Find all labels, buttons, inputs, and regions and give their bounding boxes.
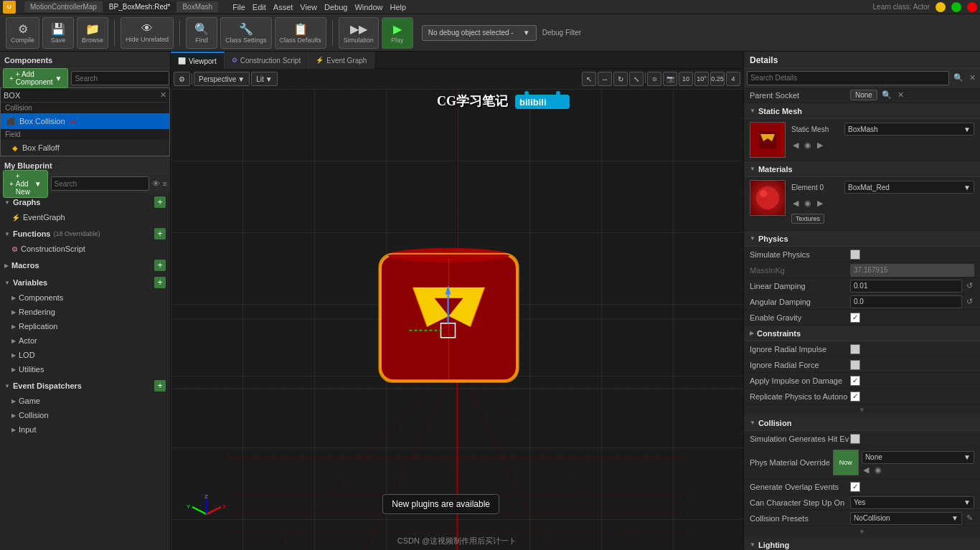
enable-gravity-checkbox[interactable] — [850, 313, 860, 323]
tab-motion-controller-map[interactable]: MotionControllerMap — [24, 1, 103, 12]
game-item[interactable]: ▶ Game — [0, 394, 170, 408]
event-graph-tab[interactable]: ⚡ Event Graph — [308, 52, 374, 69]
linear-damping-input[interactable] — [850, 280, 962, 293]
phys-material-browse-button[interactable]: ◉ — [873, 465, 883, 475]
macros-header[interactable]: ▶ Macros + — [0, 257, 170, 273]
components-sub-item[interactable]: ▶ Components — [0, 290, 170, 305]
static-mesh-section-header[interactable]: ▼ Static Mesh — [744, 103, 980, 119]
constraints-section-header[interactable]: ▶ Constraints — [744, 326, 980, 341]
can-step-dropdown[interactable]: Yes ▼ — [850, 496, 974, 509]
mass-kg-input[interactable] — [850, 264, 974, 277]
static-mesh-back-button[interactable]: ◀ — [791, 141, 800, 150]
add-component-button[interactable]: + + Add Component ▼ — [3, 68, 68, 88]
class-settings-button[interactable]: 🔧 Class Settings — [220, 17, 272, 49]
minimize-button[interactable] — [936, 2, 946, 12]
element0-back-button[interactable]: ◀ — [791, 199, 800, 208]
collision-item[interactable]: ▶ Collision — [0, 408, 170, 422]
perspective-dropdown[interactable]: Perspective ▼ — [194, 72, 250, 86]
functions-add-button[interactable]: + — [154, 228, 166, 240]
element0-browse-button[interactable]: ◉ — [803, 199, 813, 208]
details-search-input[interactable] — [747, 71, 949, 85]
grid-snap-button[interactable]: 10 — [679, 72, 693, 86]
graphs-add-button[interactable]: + — [154, 196, 166, 208]
textures-button[interactable]: Textures — [791, 214, 824, 224]
select-tool[interactable]: ↖ — [582, 72, 596, 86]
physics-section-header[interactable]: ▼ Physics — [744, 231, 980, 247]
construction-script-tab[interactable]: ⚙ Construction Script — [225, 52, 308, 69]
static-mesh-browse-button[interactable]: ◉ — [803, 141, 813, 150]
phys-material-dropdown[interactable]: None ▼ — [862, 451, 974, 464]
tab-boxmash[interactable]: BoxMash — [176, 1, 218, 12]
details-clear-button[interactable]: ✕ — [968, 73, 977, 82]
lit-dropdown[interactable]: Lit ▼ — [251, 72, 277, 86]
construction-script-item[interactable]: ⚙ ConstructionScript — [0, 242, 170, 256]
static-mesh-dropdown[interactable]: BoxMash ▼ — [844, 123, 974, 136]
box-collision-item[interactable]: ⬛ Box Collision ➜ — [1, 113, 169, 129]
close-button[interactable] — [967, 2, 977, 12]
menu-file[interactable]: File — [232, 3, 245, 11]
event-graph-item[interactable]: ⚡ EventGraph — [0, 210, 170, 224]
box-falloff-item[interactable]: ◆ Box Falloff — [1, 140, 169, 156]
functions-header[interactable]: ▼ Functions (18 Overridable) + — [0, 226, 170, 242]
debug-object-dropdown[interactable]: No debug object selected - ▼ — [422, 25, 537, 41]
actor-item[interactable]: ▶ Actor — [0, 333, 170, 348]
angle-snap-button[interactable]: 10° — [694, 72, 709, 86]
translate-tool[interactable]: ↔ — [598, 72, 612, 86]
compile-button[interactable]: ⚙ Compile — [6, 17, 39, 49]
viewport-3d[interactable]: X Y Z New plugins are available CSDN — [171, 89, 743, 550]
class-defaults-button[interactable]: 📋 Class Defaults — [275, 17, 326, 49]
utilities-item[interactable]: ▶ Utilities — [0, 362, 170, 376]
rendering-item[interactable]: ▶ Rendering — [0, 305, 170, 319]
replicate-physics-checkbox[interactable] — [850, 392, 860, 402]
generate-overlap-checkbox[interactable] — [850, 482, 860, 492]
simulation-button[interactable]: ▶▶ Simulation — [339, 17, 379, 49]
save-button[interactable]: 💾 Save — [42, 17, 74, 49]
menu-edit[interactable]: Edit — [253, 3, 266, 11]
play-button[interactable]: ▶ Play — [382, 17, 413, 49]
find-button[interactable]: 🔍 Find — [186, 17, 217, 49]
ignore-radial-impulse-checkbox[interactable] — [850, 344, 860, 354]
viewport-container[interactable]: CG学习笔记 bilibili ⚙ Perspective ▼ — [171, 69, 743, 550]
hide-unrelated-button[interactable]: 👁 Hide Unrelated — [121, 17, 174, 49]
apply-impulse-checkbox[interactable] — [850, 376, 860, 386]
variables-header[interactable]: ▼ Variables + — [0, 275, 170, 290]
blueprint-view-button[interactable]: 👁 — [152, 179, 160, 188]
component-search-text-input[interactable] — [4, 91, 160, 100]
surface-snapping-button[interactable]: ⊙ — [647, 72, 661, 86]
camera-fov-button[interactable]: 4 — [726, 72, 740, 86]
materials-section-header[interactable]: ▼ Materials — [744, 161, 980, 177]
element0-forward-button[interactable]: ▶ — [816, 199, 824, 208]
angular-damping-reset[interactable]: ↺ — [965, 297, 974, 306]
parent-socket-search-button[interactable]: 🔍 — [880, 90, 893, 100]
scale-snap-button[interactable]: 0.25 — [710, 72, 725, 86]
viewport-tab[interactable]: ⬜ Viewport — [171, 52, 225, 69]
input-item[interactable]: ▶ Input — [0, 422, 170, 437]
search-clear-button[interactable]: ✕ — [160, 90, 166, 100]
scale-tool[interactable]: ⤡ — [629, 72, 644, 86]
tab-bp-boxmesh[interactable]: BP_BoxMesh:Red* — [103, 1, 176, 12]
replication-item[interactable]: ▶ Replication — [0, 319, 170, 333]
menu-window[interactable]: Window — [354, 3, 382, 11]
static-mesh-forward-button[interactable]: ▶ — [816, 141, 824, 150]
menu-view[interactable]: View — [300, 3, 317, 11]
element0-dropdown[interactable]: BoxMat_Red ▼ — [844, 181, 974, 194]
menu-debug[interactable]: Debug — [324, 3, 347, 11]
macros-add-button[interactable]: + — [154, 260, 166, 271]
lod-item[interactable]: ▶ LOD — [0, 348, 170, 362]
parent-socket-clear-button[interactable]: ✕ — [896, 90, 905, 100]
event-dispatchers-header[interactable]: ▼ Event Dispatchers + — [0, 378, 170, 394]
collision-presets-dropdown[interactable]: NoCollision ▼ — [850, 512, 962, 525]
simulate-physics-checkbox[interactable] — [850, 250, 860, 260]
event-dispatchers-add-button[interactable]: + — [154, 380, 166, 392]
ignore-radial-force-checkbox[interactable] — [850, 360, 860, 370]
blueprint-search-input[interactable] — [51, 176, 149, 191]
details-search-button[interactable]: 🔍 — [952, 73, 965, 82]
blueprint-list-button[interactable]: ≡ — [163, 179, 167, 188]
camera-speed-button[interactable]: 📷 — [663, 72, 677, 86]
menu-help[interactable]: Help — [390, 3, 407, 11]
linear-damping-reset[interactable]: ↺ — [965, 281, 974, 290]
angular-damping-input[interactable] — [850, 295, 962, 308]
phys-material-back-button[interactable]: ◀ — [862, 465, 870, 475]
viewport-settings-button[interactable]: ⚙ — [174, 72, 190, 86]
rotate-tool[interactable]: ↻ — [613, 72, 628, 86]
